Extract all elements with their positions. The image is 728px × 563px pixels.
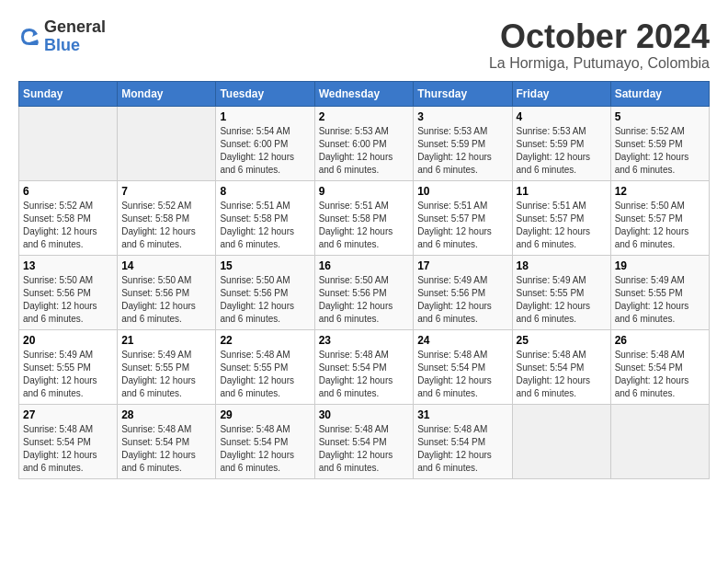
day-info: Sunrise: 5:53 AM Sunset: 6:00 PM Dayligh… [319,125,410,177]
header: General Blue October 2024 La Hormiga, Pu… [18,18,710,72]
day-number: 2 [319,110,410,123]
cell-w5-d5 [512,404,610,478]
cell-w4-d1: 21Sunrise: 5:49 AM Sunset: 5:55 PM Dayli… [118,329,216,404]
week-row-3: 13Sunrise: 5:50 AM Sunset: 5:56 PM Dayli… [19,255,710,329]
day-info: Sunrise: 5:48 AM Sunset: 5:54 PM Dayligh… [121,423,211,475]
day-number: 9 [319,185,410,198]
day-number: 10 [417,185,507,198]
cell-w2-d1: 7Sunrise: 5:52 AM Sunset: 5:58 PM Daylig… [118,180,216,255]
header-row: Sunday Monday Tuesday Wednesday Thursday… [19,81,710,106]
day-number: 19 [615,259,705,272]
cell-w5-d1: 28Sunrise: 5:48 AM Sunset: 5:54 PM Dayli… [118,404,216,478]
week-row-1: 1Sunrise: 5:54 AM Sunset: 6:00 PM Daylig… [19,106,710,180]
day-number: 1 [220,110,310,123]
day-number: 26 [615,334,705,347]
cell-w3-d4: 17Sunrise: 5:49 AM Sunset: 5:56 PM Dayli… [414,255,512,329]
cell-w4-d6: 26Sunrise: 5:48 AM Sunset: 5:54 PM Dayli… [610,329,709,404]
day-info: Sunrise: 5:52 AM Sunset: 5:59 PM Dayligh… [615,125,705,177]
cell-w1-d6: 5Sunrise: 5:52 AM Sunset: 5:59 PM Daylig… [610,106,709,180]
day-info: Sunrise: 5:49 AM Sunset: 5:55 PM Dayligh… [517,274,607,326]
day-number: 22 [220,334,310,347]
day-info: Sunrise: 5:48 AM Sunset: 5:54 PM Dayligh… [417,349,507,400]
week-row-4: 20Sunrise: 5:49 AM Sunset: 5:55 PM Dayli… [19,329,710,404]
cell-w1-d1 [118,106,216,180]
day-number: 3 [417,110,507,123]
calendar-subtitle: La Hormiga, Putumayo, Colombia [489,55,710,72]
cell-w5-d3: 30Sunrise: 5:48 AM Sunset: 5:54 PM Dayli… [314,404,414,478]
cell-w4-d3: 23Sunrise: 5:48 AM Sunset: 5:54 PM Dayli… [314,329,414,404]
cell-w3-d1: 14Sunrise: 5:50 AM Sunset: 5:56 PM Dayli… [118,255,216,329]
header-sunday: Sunday [19,81,118,106]
day-number: 25 [517,334,607,347]
cell-w3-d5: 18Sunrise: 5:49 AM Sunset: 5:55 PM Dayli… [512,255,610,329]
day-info: Sunrise: 5:53 AM Sunset: 5:59 PM Dayligh… [417,125,507,177]
cell-w1-d2: 1Sunrise: 5:54 AM Sunset: 6:00 PM Daylig… [216,106,314,180]
cell-w1-d3: 2Sunrise: 5:53 AM Sunset: 6:00 PM Daylig… [314,106,414,180]
day-info: Sunrise: 5:50 AM Sunset: 5:56 PM Dayligh… [220,274,310,326]
day-info: Sunrise: 5:50 AM Sunset: 5:56 PM Dayligh… [23,274,113,326]
day-number: 16 [319,259,410,272]
cell-w3-d0: 13Sunrise: 5:50 AM Sunset: 5:56 PM Dayli… [19,255,118,329]
day-number: 27 [23,408,113,421]
day-info: Sunrise: 5:49 AM Sunset: 5:55 PM Dayligh… [23,349,113,400]
week-row-2: 6Sunrise: 5:52 AM Sunset: 5:58 PM Daylig… [19,180,710,255]
cell-w5-d0: 27Sunrise: 5:48 AM Sunset: 5:54 PM Dayli… [19,404,118,478]
day-number: 17 [417,259,507,272]
day-number: 8 [220,185,310,198]
day-number: 13 [23,259,113,272]
day-info: Sunrise: 5:49 AM Sunset: 5:56 PM Dayligh… [417,274,507,326]
day-info: Sunrise: 5:49 AM Sunset: 5:55 PM Dayligh… [615,274,705,326]
day-info: Sunrise: 5:48 AM Sunset: 5:55 PM Dayligh… [220,349,310,400]
day-info: Sunrise: 5:48 AM Sunset: 5:54 PM Dayligh… [319,349,410,400]
cell-w4-d4: 24Sunrise: 5:48 AM Sunset: 5:54 PM Dayli… [414,329,512,404]
day-info: Sunrise: 5:48 AM Sunset: 5:54 PM Dayligh… [417,423,507,475]
day-info: Sunrise: 5:54 AM Sunset: 6:00 PM Dayligh… [220,125,310,177]
calendar-table: Sunday Monday Tuesday Wednesday Thursday… [18,81,710,479]
day-number: 11 [517,185,607,198]
day-info: Sunrise: 5:48 AM Sunset: 5:54 PM Dayligh… [615,349,705,400]
header-thursday: Thursday [414,81,512,106]
cell-w5-d4: 31Sunrise: 5:48 AM Sunset: 5:54 PM Dayli… [414,404,512,478]
cell-w3-d3: 16Sunrise: 5:50 AM Sunset: 5:56 PM Dayli… [314,255,414,329]
cell-w2-d6: 12Sunrise: 5:50 AM Sunset: 5:57 PM Dayli… [610,180,709,255]
logo-line1: General [44,18,106,37]
cell-w2-d2: 8Sunrise: 5:51 AM Sunset: 5:58 PM Daylig… [216,180,314,255]
cell-w2-d5: 11Sunrise: 5:51 AM Sunset: 5:57 PM Dayli… [512,180,610,255]
calendar-body: 1Sunrise: 5:54 AM Sunset: 6:00 PM Daylig… [19,106,710,478]
cell-w4-d5: 25Sunrise: 5:48 AM Sunset: 5:54 PM Dayli… [512,329,610,404]
day-number: 30 [319,408,410,421]
day-number: 4 [517,110,607,123]
day-number: 5 [615,110,705,123]
day-info: Sunrise: 5:50 AM Sunset: 5:56 PM Dayligh… [319,274,410,326]
day-info: Sunrise: 5:51 AM Sunset: 5:57 PM Dayligh… [417,200,507,251]
cell-w3-d2: 15Sunrise: 5:50 AM Sunset: 5:56 PM Dayli… [216,255,314,329]
cell-w1-d5: 4Sunrise: 5:53 AM Sunset: 5:59 PM Daylig… [512,106,610,180]
day-info: Sunrise: 5:48 AM Sunset: 5:54 PM Dayligh… [517,349,607,400]
week-row-5: 27Sunrise: 5:48 AM Sunset: 5:54 PM Dayli… [19,404,710,478]
title-section: October 2024 La Hormiga, Putumayo, Colom… [489,18,710,72]
day-info: Sunrise: 5:51 AM Sunset: 5:57 PM Dayligh… [517,200,607,251]
calendar-title: October 2024 [489,18,710,55]
header-friday: Friday [512,81,610,106]
day-number: 18 [517,259,607,272]
header-saturday: Saturday [610,81,709,106]
day-info: Sunrise: 5:48 AM Sunset: 5:54 PM Dayligh… [23,423,113,475]
day-info: Sunrise: 5:48 AM Sunset: 5:54 PM Dayligh… [319,423,410,475]
header-tuesday: Tuesday [216,81,314,106]
cell-w2-d4: 10Sunrise: 5:51 AM Sunset: 5:57 PM Dayli… [414,180,512,255]
day-info: Sunrise: 5:53 AM Sunset: 5:59 PM Dayligh… [517,125,607,177]
day-number: 6 [23,185,113,198]
calendar-header: Sunday Monday Tuesday Wednesday Thursday… [19,81,710,106]
logo-line2: Blue [44,37,106,55]
cell-w2-d3: 9Sunrise: 5:51 AM Sunset: 5:58 PM Daylig… [314,180,414,255]
day-number: 29 [220,408,310,421]
day-info: Sunrise: 5:51 AM Sunset: 5:58 PM Dayligh… [319,200,410,251]
day-number: 28 [121,408,211,421]
day-number: 7 [121,185,211,198]
cell-w4-d0: 20Sunrise: 5:49 AM Sunset: 5:55 PM Dayli… [19,329,118,404]
header-wednesday: Wednesday [314,81,414,106]
day-info: Sunrise: 5:50 AM Sunset: 5:57 PM Dayligh… [615,200,705,251]
day-info: Sunrise: 5:52 AM Sunset: 5:58 PM Dayligh… [121,200,211,251]
day-number: 31 [417,408,507,421]
day-number: 21 [121,334,211,347]
